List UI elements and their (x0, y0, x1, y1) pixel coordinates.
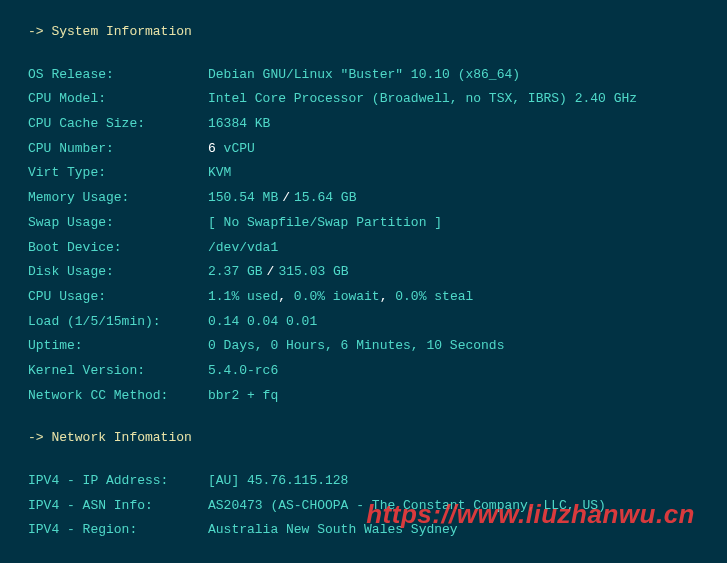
uptime-row: Uptime: 0 Days, 0 Hours, 6 Minutes, 10 S… (28, 334, 699, 359)
cpu-number-label: CPU Number: (28, 137, 208, 162)
memory-separator: / (282, 190, 290, 205)
cc-method-row: Network CC Method: bbr2 + fq (28, 384, 699, 409)
load-row: Load (1/5/15min): 0.14 0.04 0.01 (28, 310, 699, 335)
cpu-cache-value: 16384 KB (208, 112, 270, 137)
cc-method-label: Network CC Method: (28, 384, 208, 409)
cpu-unit: vCPU (216, 141, 255, 156)
disk-usage-row: Disk Usage: 2.37 GB/315.03 GB (28, 260, 699, 285)
network-info-header: -> Network Infomation (28, 426, 699, 451)
disk-separator: / (267, 264, 275, 279)
cc-method-value: bbr2 + fq (208, 384, 278, 409)
ipv4-asn-row: IPV4 - ASN Info: AS20473 (AS-CHOOPA - Th… (28, 494, 699, 519)
disk-usage-label: Disk Usage: (28, 260, 208, 285)
ipv4-addr-row: IPV4 - IP Address: [AU] 45.76.115.128 (28, 469, 699, 494)
ipv4-region-row: IPV4 - Region: Australia New South Wales… (28, 518, 699, 543)
section-break (28, 408, 699, 426)
cpu-cache-label: CPU Cache Size: (28, 112, 208, 137)
virt-type-value: KVM (208, 161, 231, 186)
swap-usage-value: [ No Swapfile/Swap Partition ] (208, 211, 442, 236)
uptime-value: 0 Days, 0 Hours, 6 Minutes, 10 Seconds (208, 334, 504, 359)
cpu-steal-pct: 0.0% steal (387, 289, 473, 304)
cpu-number-row: CPU Number: 6 vCPU (28, 137, 699, 162)
memory-usage-row: Memory Usage: 150.54 MB/15.64 GB (28, 186, 699, 211)
ipv4-region-label: IPV4 - Region: (28, 518, 208, 543)
cpu-model-label: CPU Model: (28, 87, 208, 112)
os-release-row: OS Release: Debian GNU/Linux "Buster" 10… (28, 63, 699, 88)
cpu-count: 6 (208, 141, 216, 156)
cpu-usage-row: CPU Usage: 1.1% used, 0.0% iowait, 0.0% … (28, 285, 699, 310)
cpu-number-value: 6 vCPU (208, 137, 255, 162)
ipv4-addr-value: [AU] 45.76.115.128 (208, 469, 348, 494)
ipv4-addr-label: IPV4 - IP Address: (28, 469, 208, 494)
virt-type-label: Virt Type: (28, 161, 208, 186)
system-info-header: -> System Information (28, 20, 699, 45)
cpu-usage-label: CPU Usage: (28, 285, 208, 310)
swap-usage-label: Swap Usage: (28, 211, 208, 236)
disk-used: 2.37 GB (208, 264, 263, 279)
ipv4-region-value: Australia New South Wales Sydney (208, 518, 458, 543)
cpu-used-pct: 1.1% used (208, 289, 278, 304)
memory-used: 150.54 MB (208, 190, 278, 205)
boot-device-value: /dev/vda1 (208, 236, 278, 261)
boot-device-row: Boot Device: /dev/vda1 (28, 236, 699, 261)
virt-type-row: Virt Type: KVM (28, 161, 699, 186)
cpu-iowait-pct: 0.0% iowait (286, 289, 380, 304)
memory-usage-value: 150.54 MB/15.64 GB (208, 186, 356, 211)
memory-total: 15.64 GB (294, 190, 356, 205)
boot-device-label: Boot Device: (28, 236, 208, 261)
comma-1: , (278, 289, 286, 304)
load-value: 0.14 0.04 0.01 (208, 310, 317, 335)
cpu-model-row: CPU Model: Intel Core Processor (Broadwe… (28, 87, 699, 112)
kernel-row: Kernel Version: 5.4.0-rc6 (28, 359, 699, 384)
kernel-value: 5.4.0-rc6 (208, 359, 278, 384)
os-release-label: OS Release: (28, 63, 208, 88)
ipv4-asn-value: AS20473 (AS-CHOOPA - The Constant Compan… (208, 494, 606, 519)
load-label: Load (1/5/15min): (28, 310, 208, 335)
uptime-label: Uptime: (28, 334, 208, 359)
cpu-cache-row: CPU Cache Size: 16384 KB (28, 112, 699, 137)
disk-usage-value: 2.37 GB/315.03 GB (208, 260, 349, 285)
os-release-value: Debian GNU/Linux "Buster" 10.10 (x86_64) (208, 63, 520, 88)
kernel-label: Kernel Version: (28, 359, 208, 384)
swap-usage-row: Swap Usage: [ No Swapfile/Swap Partition… (28, 211, 699, 236)
memory-usage-label: Memory Usage: (28, 186, 208, 211)
cpu-model-value: Intel Core Processor (Broadwell, no TSX,… (208, 87, 637, 112)
cpu-usage-value: 1.1% used, 0.0% iowait, 0.0% steal (208, 285, 473, 310)
ipv4-asn-label: IPV4 - ASN Info: (28, 494, 208, 519)
disk-total: 315.03 GB (278, 264, 348, 279)
